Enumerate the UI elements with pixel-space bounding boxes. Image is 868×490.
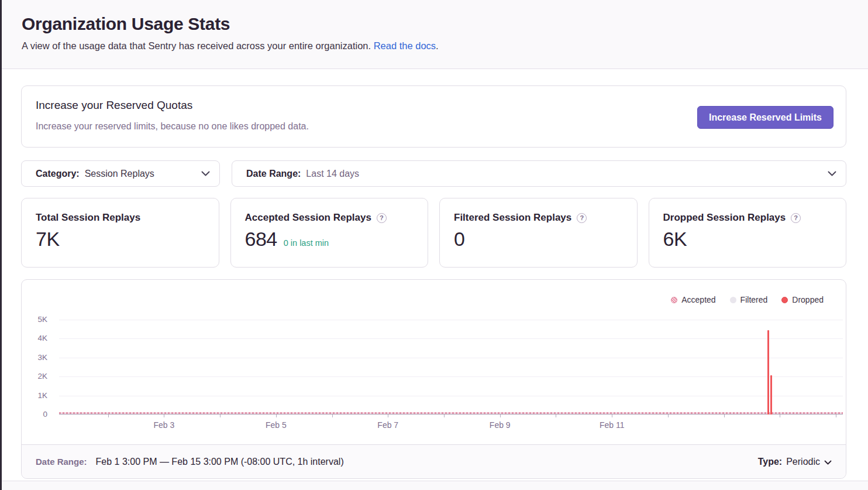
- help-icon[interactable]: ?: [791, 213, 801, 223]
- y-tick-label: 2K: [22, 372, 47, 381]
- stat-card-value: 7K: [36, 228, 60, 251]
- type-value: Periodic: [786, 457, 820, 467]
- stat-card-value: 684: [245, 228, 277, 251]
- increase-quota-banner: Increase your Reserved Quotas Increase y…: [21, 85, 846, 148]
- increase-reserved-limits-button[interactable]: Increase Reserved Limits: [697, 106, 833, 129]
- stat-card-trend: 0 in last min: [284, 238, 329, 248]
- read-the-docs-link[interactable]: Read the docs: [374, 40, 436, 51]
- x-axis-tick: [724, 414, 725, 417]
- chevron-down-icon: [824, 457, 832, 467]
- legend-item-filtered[interactable]: Filtered: [730, 295, 768, 304]
- dropped-bar: [770, 375, 773, 414]
- stat-card-total: Total Session Replays 7K: [21, 198, 219, 268]
- gridline: [59, 396, 843, 396]
- date-range-select-label: Date Range:: [246, 169, 301, 179]
- x-axis-tick: [276, 414, 277, 417]
- quota-banner-description: Increase your reserved limits, because n…: [36, 121, 309, 132]
- help-icon[interactable]: ?: [377, 213, 387, 223]
- legend-label: Accepted: [681, 295, 715, 304]
- x-axis-tick: [164, 414, 164, 417]
- stat-card-title: Total Session Replays: [36, 212, 140, 224]
- dropped-bar: [767, 330, 770, 414]
- x-axis-tick: [444, 414, 445, 417]
- sidebar-edge: [0, 0, 2, 490]
- y-tick-label: 5K: [22, 315, 47, 324]
- stat-card-title: Dropped Session Replays: [663, 212, 786, 224]
- x-axis-tick: [836, 414, 836, 417]
- x-axis-tick: [388, 414, 388, 417]
- chart-plot: [59, 320, 843, 414]
- stat-card-title: Accepted Session Replays: [245, 212, 371, 224]
- chart-y-axis: 01K2K3K4K5K: [22, 320, 54, 414]
- page-subtitle: A view of the usage data that Sentry has…: [22, 40, 868, 52]
- footer-date-range-value: Feb 1 3:00 PM — Feb 15 3:00 PM (-08:00 U…: [96, 457, 344, 467]
- help-icon[interactable]: ?: [577, 213, 587, 223]
- type-dropdown[interactable]: Type: Periodic: [758, 457, 832, 467]
- y-tick-label: 0: [22, 410, 47, 419]
- date-range-select-value: Last 14 days: [306, 169, 359, 179]
- chart-legend: Accepted Filtered Dropped: [671, 295, 824, 304]
- legend-label: Dropped: [792, 295, 824, 304]
- x-tick-label: Feb 7: [364, 420, 411, 430]
- type-label: Type:: [758, 457, 782, 467]
- x-axis-tick: [668, 414, 669, 417]
- page-title: Organization Usage Stats: [22, 14, 868, 34]
- accepted-baseline-bars: [59, 412, 843, 414]
- x-axis-tick: [556, 414, 556, 417]
- stat-card-value: 0: [454, 228, 464, 251]
- dropped-series-swatch-icon: [781, 297, 788, 303]
- bottom-strip: [2, 481, 868, 490]
- stat-cards-row: Total Session Replays 7K Accepted Sessio…: [21, 198, 846, 268]
- usage-stats-page: Organization Usage Stats A view of the u…: [0, 0, 868, 490]
- x-axis-tick: [780, 414, 780, 417]
- stat-card-value: 6K: [663, 228, 687, 251]
- chart-footer: Date Range: Feb 1 3:00 PM — Feb 15 3:00 …: [22, 445, 846, 478]
- legend-item-dropped[interactable]: Dropped: [781, 295, 824, 304]
- stat-card-dropped: Dropped Session Replays ? 6K: [649, 198, 847, 268]
- x-axis-tick: [220, 414, 221, 417]
- x-tick-label: Feb 11: [588, 420, 635, 430]
- stat-card-title: Filtered Session Replays: [454, 212, 571, 224]
- x-axis-tick: [108, 414, 109, 417]
- quota-banner-title: Increase your Reserved Quotas: [36, 99, 192, 112]
- x-tick-label: Feb 5: [253, 420, 299, 430]
- x-tick-label: Feb 9: [477, 420, 523, 430]
- x-axis-tick: [612, 414, 612, 417]
- page-subtitle-period: .: [436, 40, 439, 51]
- y-tick-label: 4K: [22, 334, 47, 342]
- footer-date-range-label: Date Range:: [36, 457, 87, 467]
- page-header: Organization Usage Stats A view of the u…: [2, 0, 868, 69]
- filtered-series-swatch-icon: [730, 297, 736, 303]
- category-select[interactable]: Category: Session Replays: [21, 160, 220, 187]
- usage-chart-card: Accepted Filtered Dropped 01K2K3K4K5K Da…: [21, 279, 846, 479]
- x-tick-label: Feb 3: [140, 420, 187, 430]
- chevron-down-icon: [828, 171, 836, 176]
- x-axis-tick: [332, 414, 333, 417]
- gridline: [59, 338, 843, 339]
- legend-label: Filtered: [740, 295, 768, 304]
- y-tick-label: 1K: [22, 391, 47, 400]
- gridline: [59, 376, 843, 377]
- date-range-select[interactable]: Date Range: Last 14 days: [232, 160, 846, 187]
- category-select-label: Category:: [36, 169, 80, 179]
- stat-card-accepted: Accepted Session Replays ? 684 0 in last…: [230, 198, 429, 268]
- chevron-down-icon: [201, 171, 210, 176]
- x-axis-tick: [500, 414, 501, 417]
- y-tick-label: 3K: [22, 353, 47, 362]
- category-select-value: Session Replays: [85, 169, 154, 179]
- page-subtitle-text: A view of the usage data that Sentry has…: [22, 40, 374, 51]
- legend-item-accepted[interactable]: Accepted: [671, 295, 715, 304]
- gridline: [59, 358, 843, 358]
- stat-card-filtered: Filtered Session Replays ? 0: [439, 198, 638, 268]
- gridline: [59, 320, 843, 320]
- accepted-series-swatch-icon: [671, 297, 677, 303]
